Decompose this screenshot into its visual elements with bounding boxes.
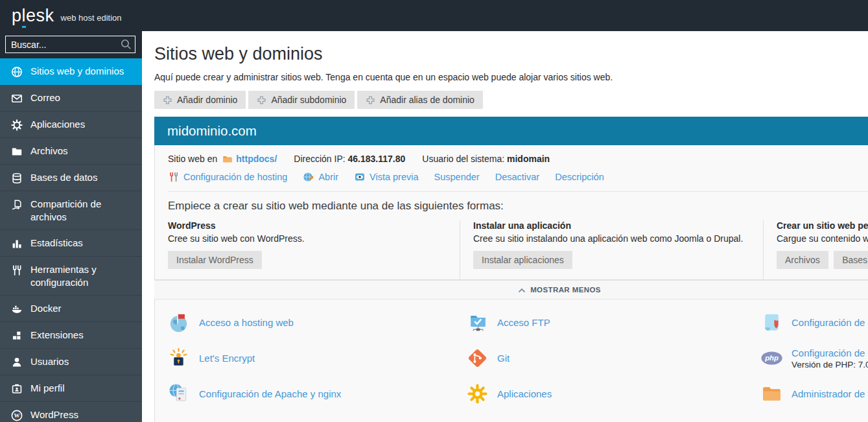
hosting-tools-icon <box>168 171 180 183</box>
feature-estadisticas-web[interactable]: Estadísticas web <box>168 412 466 422</box>
features-grid: Acceso a hosting web Acceso FTP Configur… <box>168 299 868 422</box>
sidebar-item-docker[interactable]: Docker <box>0 296 142 322</box>
add-subdomain-button[interactable]: Añadir subdominio <box>248 91 355 109</box>
getting-started-options: WordPress Cree su sitio web con WordPres… <box>168 220 868 279</box>
sidebar-item-comparticion-de-archivos[interactable]: Compartición de archivos <box>0 191 142 230</box>
sidebar-item-correo[interactable]: Correo <box>0 85 142 111</box>
feature-configuracion-de-hosting[interactable]: Configuración de hosting <box>760 305 868 340</box>
wordpress-icon: W <box>10 409 23 422</box>
plus-icon <box>163 95 172 105</box>
site-label: Sitio web en <box>168 154 217 164</box>
add-domain-button[interactable]: Añadir dominio <box>154 91 246 109</box>
files-button[interactable]: Archivos <box>777 251 828 269</box>
sidebar-item-archivos[interactable]: Archivos <box>0 138 142 165</box>
search-icon <box>120 38 132 50</box>
hosting-settings-link[interactable]: Configuración de hosting <box>168 171 287 183</box>
sidebar-item-label: Herramientas y configuración <box>30 263 134 289</box>
sidebar-item-label: Mi perfil <box>30 382 65 395</box>
feature-administrador-de-archivos[interactable]: Administrador de archivos <box>760 376 868 412</box>
feature-configuracion-apache-nginx[interactable]: Configuración de Apache y nginx <box>168 376 466 412</box>
tools-icon <box>10 264 23 277</box>
domain-features: Acceso a hosting web Acceso FTP Configur… <box>154 299 868 422</box>
open-site-link[interactable]: Abrir <box>303 171 338 183</box>
getting-started-heading: Empiece a crear su sitio web mediante un… <box>168 200 868 213</box>
sidebar: Sitios web y dominios Correo Aplicacione… <box>0 31 142 422</box>
show-less-toggle[interactable]: MOSTRAR MENOS <box>154 280 868 299</box>
feature-acceso-ftp[interactable]: Acceso FTP <box>466 305 760 340</box>
sidebar-item-aplicaciones[interactable]: Aplicaciones <box>0 111 142 138</box>
sidebar-item-estadisticas[interactable]: Estadísticas <box>0 230 142 257</box>
install-applications-button[interactable]: Instalar aplicaciones <box>473 251 572 269</box>
folder-icon <box>222 154 233 164</box>
feature-configuracion-de-php[interactable]: php Configuración de PHP Versión de PHP:… <box>760 340 868 376</box>
ip-label: Dirección IP: <box>294 154 345 164</box>
sidebar-item-label: Correo <box>30 91 60 104</box>
domain-panel-body: Sitio web en httpdocs/ Dirección IP: 46.… <box>154 145 868 280</box>
sidebar-item-label: Bases de datos <box>30 171 97 184</box>
top-bar: plesk web host edition <box>0 0 868 31</box>
web-stats-icon <box>168 418 191 422</box>
databases-button[interactable]: Bases de datos <box>834 251 868 269</box>
option-wordpress: WordPress Cree su sitio web con WordPres… <box>168 220 460 279</box>
applications-gear-icon <box>466 382 489 405</box>
sidebar-item-mi-perfil[interactable]: Mi perfil <box>0 375 142 402</box>
system-user-value: midomain <box>507 154 550 164</box>
sidebar-item-wordpress[interactable]: W WordPress <box>0 402 142 422</box>
file-manager-icon <box>760 382 783 405</box>
feature-configuracion-dns[interactable]: Configuración DNS <box>760 412 868 422</box>
page-title: Sitios web y dominios <box>154 44 868 64</box>
preview-link[interactable]: Vista previa <box>354 171 419 183</box>
deactivate-link[interactable]: Desactivar <box>495 172 540 182</box>
option-install-app: Instalar una aplicación Cree su sitio in… <box>460 220 763 279</box>
dns-icon <box>760 418 783 422</box>
sidebar-item-label: Sitios web y dominios <box>30 65 124 78</box>
edition-label: web host edition <box>61 13 122 23</box>
httpdocs-link[interactable]: httpdocs/ <box>236 154 277 164</box>
extensions-icon <box>10 329 23 342</box>
gear-icon <box>10 119 23 132</box>
apache-nginx-icon <box>168 382 191 405</box>
mail-icon <box>10 92 23 105</box>
main-content: Sitios web y dominios Aquí puede crear y… <box>142 31 868 422</box>
search-input[interactable] <box>5 36 135 53</box>
domain-name: midominio.com <box>167 123 257 139</box>
feature-estadisticas-web-ssl-tls[interactable]: Estadísticas web SSL/TLS <box>466 412 760 422</box>
ip-value: 46.183.117.80 <box>348 154 406 164</box>
preview-eye-icon <box>354 171 366 183</box>
globe-flag-icon <box>168 311 191 334</box>
plesk-logo: plesk <box>12 7 54 25</box>
domain-toolbar: Añadir dominio Añadir subdominio Añadir … <box>154 91 868 109</box>
user-icon <box>10 356 23 369</box>
feature-lets-encrypt[interactable]: Let's Encrypt <box>168 340 466 376</box>
svg-text:php: php <box>764 354 779 362</box>
feature-git[interactable]: Git <box>466 340 760 376</box>
ftp-folder-icon <box>466 311 489 334</box>
git-icon <box>466 347 489 369</box>
search-box <box>0 31 142 58</box>
bar-chart-icon <box>10 237 23 250</box>
sidebar-item-label: Usuarios <box>30 355 69 368</box>
feature-acceso-a-hosting-web[interactable]: Acceso a hosting web <box>168 305 466 340</box>
sidebar-item-bases-de-datos[interactable]: Bases de datos <box>0 165 142 191</box>
add-domain-alias-button[interactable]: Añadir alias de dominio <box>357 91 483 109</box>
feature-aplicaciones[interactable]: Aplicaciones <box>466 376 760 412</box>
hosting-config-icon <box>760 311 783 334</box>
sidebar-item-usuarios[interactable]: Usuarios <box>0 349 142 375</box>
domain-panel-header: midominio.com <box>154 117 868 145</box>
php-icon: php <box>760 347 783 369</box>
domain-panel: midominio.com Sitio web en httpdocs/ Dir… <box>154 117 868 422</box>
sidebar-item-label: Estadísticas <box>30 237 83 250</box>
sidebar-item-label: WordPress <box>30 408 78 421</box>
description-link[interactable]: Descripción <box>555 172 604 182</box>
sidebar-item-herramientas-y-configuracion[interactable]: Herramientas y configuración <box>0 257 142 296</box>
sidebar-item-label: Aplicaciones <box>30 118 85 131</box>
suspend-link[interactable]: Suspender <box>434 172 480 182</box>
install-wordpress-button[interactable]: Instalar WordPress <box>168 251 262 269</box>
file-sharing-icon <box>10 198 23 211</box>
sidebar-item-sitios-web-y-dominios[interactable]: Sitios web y dominios <box>0 58 142 85</box>
domain-info-row: Sitio web en httpdocs/ Dirección IP: 46.… <box>168 145 868 164</box>
globe-icon <box>10 65 23 78</box>
id-badge-icon <box>10 382 23 395</box>
sidebar-item-extensiones[interactable]: Extensiones <box>0 322 142 349</box>
system-user-label: Usuario del sistema: <box>422 154 504 164</box>
